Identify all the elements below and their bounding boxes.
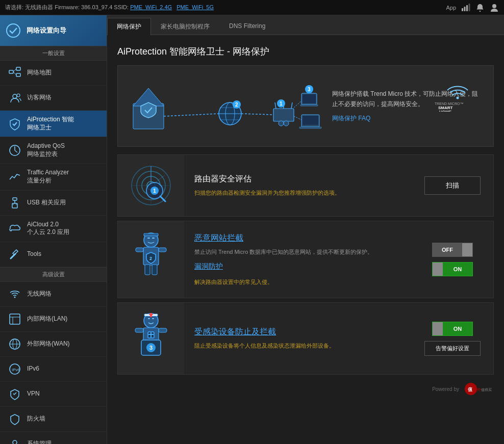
router-security-title: 路由器安全评估: [194, 174, 401, 185]
sidebar-item-aiprotection[interactable]: AiProtection 智能网络卫士: [0, 111, 107, 137]
vulnerability-toggle[interactable]: ON: [432, 262, 473, 276]
malicious-actions: OFF ON: [412, 221, 493, 298]
svg-rect-85: [152, 318, 154, 319]
infected-device-desc: 阻止受感染设备将个人信息及感染状态泄漏给外部设备。: [194, 342, 401, 350]
sidebar-item-aicloud[interactable]: AiCloud 2.0个人云 2.0 应用: [0, 216, 107, 242]
tab-network-protection[interactable]: 网络保护: [107, 18, 151, 35]
user-icon[interactable]: [490, 3, 499, 12]
svg-text:HOME: HOME: [439, 110, 452, 112]
svg-rect-15: [13, 198, 17, 200]
sidebar-item-vpn[interactable]: VPN: [0, 382, 107, 407]
sidebar-item-vpn-label: VPN: [27, 390, 40, 398]
sidebar-item-aiprotection-label: AiProtection 智能网络卫士: [27, 116, 74, 132]
sidebar-item-firewall[interactable]: 防火墙: [0, 407, 107, 432]
svg-line-56: [294, 116, 301, 120]
scan-button[interactable]: 扫描: [424, 176, 481, 195]
sidebar-item-admin[interactable]: 系统管理: [0, 432, 107, 444]
alert-settings-button[interactable]: 告警偏好设置: [424, 341, 481, 356]
svg-point-42: [284, 121, 289, 126]
tabs: 网络保护 家长电脑控制程序 DNS Filtering: [107, 15, 504, 35]
svg-text:外: 外: [477, 387, 481, 392]
sidebar-item-guest-network[interactable]: 访客网络: [0, 86, 107, 111]
sidebar-item-ipv6-label: IPv6: [27, 365, 39, 373]
vulnerability-title: 漏洞防护: [194, 262, 401, 271]
hero-card: 2 1: [117, 65, 494, 147]
svg-rect-97: [159, 328, 167, 332]
infected-device-section: 3 受感染设备防止及拦截 阻止受感染设备将个人信息及感染状态泄漏给外部设备。 O…: [117, 302, 494, 375]
trend-micro-logo: TREND MICRO™ SMART HOME NETWORK: [432, 76, 483, 112]
powered-by-text: Powered by: [432, 386, 459, 392]
svg-line-11: [13, 72, 16, 75]
tab-parental-control[interactable]: 家长电脑控制程序: [151, 18, 219, 35]
svg-rect-19: [10, 314, 20, 324]
svg-rect-92: [148, 334, 154, 335]
svg-point-27: [13, 440, 17, 444]
router-security-section: 1 路由器安全评估 扫描您的路由器检测安全漏洞并为您推荐增强防护的选项。 扫描: [117, 154, 494, 217]
sidebar-item-lan[interactable]: 内部网络(LAN): [0, 307, 107, 332]
sidebar-item-wan[interactable]: 外部网络(WAN): [0, 332, 107, 357]
sidebar-item-aicloud-label: AiCloud 2.0个人云 2.0 应用: [27, 221, 69, 237]
svg-rect-47: [300, 105, 318, 106]
general-section-title: 一般设置: [0, 46, 107, 61]
header-right: App: [446, 3, 499, 12]
sidebar-item-wireless[interactable]: 无线网络: [0, 282, 107, 307]
ssid1-link[interactable]: PME_WiFi_2.4G: [130, 4, 172, 10]
app-label: App: [446, 5, 456, 11]
sidebar-item-tools[interactable]: Tools: [0, 242, 107, 267]
network-diagram: 2 1: [128, 78, 322, 134]
content-area: AiProtection 智能网络卫士 - 网络保护: [107, 35, 504, 444]
svg-rect-0: [462, 8, 463, 11]
faq-link[interactable]: 网络保护 FAQ: [332, 115, 370, 122]
sidebar-wizard[interactable]: 网络设置向导: [0, 15, 107, 46]
svg-rect-2: [466, 5, 468, 11]
page-title: AiProtection 智能网络卫士 - 网络保护: [117, 45, 494, 58]
malicious-site-toggle[interactable]: OFF: [432, 243, 473, 257]
firewall-icon: [8, 412, 22, 426]
guest-network-icon: [8, 91, 22, 105]
sidebar-item-ipv6[interactable]: IPv6 IPv6: [0, 357, 107, 382]
toggle-off-label: OFF: [433, 243, 462, 256]
svg-point-13: [17, 94, 20, 97]
svg-line-55: [294, 101, 301, 108]
layout: 网络设置向导 一般设置 网络地图: [0, 15, 504, 444]
svg-text:3: 3: [308, 87, 311, 92]
svg-line-38: [275, 102, 276, 109]
wizard-icon: [5, 22, 21, 39]
svg-rect-51: [303, 116, 318, 125]
svg-text:值得买: 值得买: [481, 388, 492, 391]
toggle-knob: [462, 243, 472, 256]
svg-line-53: [164, 114, 219, 116]
sidebar-item-usb-label: USB 相关应用: [27, 199, 66, 207]
router-security-desc: 扫描您的路由器检测安全漏洞并为您推荐增强防护的选项。: [194, 189, 401, 197]
svg-text:3: 3: [149, 345, 153, 351]
infected-toggle-on-label: ON: [443, 322, 472, 335]
sidebar-item-admin-label: 系统管理: [27, 440, 52, 444]
svg-line-40: [291, 102, 292, 109]
ssid2-link[interactable]: PME_WiFi_5G: [177, 4, 214, 10]
sidebar-item-network-map[interactable]: 网络地图: [0, 61, 107, 86]
svg-text:2: 2: [235, 102, 238, 108]
svg-text:1: 1: [153, 188, 156, 194]
svg-rect-37: [273, 109, 294, 121]
router-security-content: 路由器安全评估 扫描您的路由器检测安全漏洞并为您推荐增强防护的选项。: [184, 155, 412, 216]
svg-rect-73: [147, 238, 150, 239]
aiprotection-icon: [8, 117, 22, 131]
tools-icon: [8, 247, 22, 262]
svg-point-6: [7, 24, 20, 37]
infected-device-toggle[interactable]: ON: [432, 322, 473, 336]
svg-point-57: [457, 97, 459, 99]
sidebar-item-qos[interactable]: Adaptive QoS网络监控表: [0, 137, 107, 164]
tab-dns-filtering[interactable]: DNS Filtering: [219, 18, 275, 35]
sidebar-item-lan-label: 内部网络(LAN): [27, 315, 67, 323]
qos-icon: [8, 143, 22, 158]
sidebar-item-guest-label: 访客网络: [27, 94, 52, 102]
wizard-label: 网络设置向导: [27, 26, 66, 35]
sidebar-item-usb[interactable]: USB 相关应用: [0, 191, 107, 216]
svg-rect-74: [152, 238, 155, 239]
sidebar-item-traffic[interactable]: Traffic Analyzer流量分析: [0, 164, 107, 190]
advanced-section-title: 高级设置: [0, 267, 107, 282]
bell-icon[interactable]: [475, 3, 485, 12]
ipv6-icon: IPv6: [8, 362, 22, 376]
svg-text:值: 值: [467, 387, 473, 392]
aicloud-icon: [8, 221, 22, 236]
